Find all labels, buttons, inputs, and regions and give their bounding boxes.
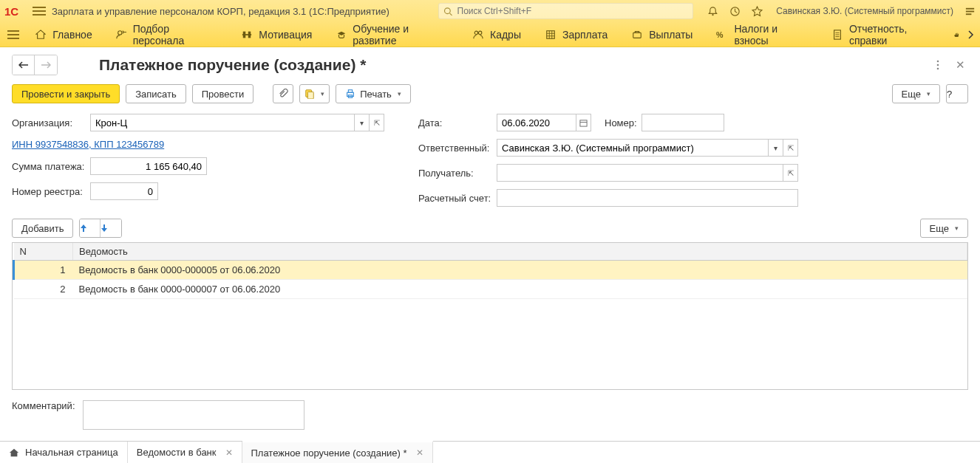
- org-label: Организация:: [12, 117, 86, 128]
- reg-input[interactable]: [90, 182, 158, 200]
- app-title: Зарплата и управление персоналом КОРП, р…: [52, 6, 389, 17]
- window-tabs: Начальная страницаВедомости в банк✕Плате…: [0, 441, 980, 463]
- org-input[interactable]: [90, 114, 355, 131]
- print-button[interactable]: Печать▾: [336, 84, 411, 103]
- nav-item-0[interactable]: Главное: [23, 22, 104, 47]
- nav-item-5[interactable]: Зарплата: [533, 22, 619, 47]
- print-icon: [345, 89, 355, 99]
- menu-icon[interactable]: [33, 4, 46, 18]
- number-label: Номер:: [605, 117, 637, 128]
- content-area: Платежное поручение (создание) * ✕ Прове…: [0, 47, 980, 441]
- tab-close-icon[interactable]: ✕: [222, 447, 233, 458]
- close-button[interactable]: ✕: [952, 57, 968, 73]
- current-user[interactable]: Савинская З.Ю. (Системный программист): [776, 6, 953, 16]
- table-more-button[interactable]: Еще▾: [920, 219, 968, 238]
- window-options-icon[interactable]: [964, 5, 976, 17]
- table-row[interactable]: 1Ведомость в банк 0000-000005 от 06.06.2…: [14, 261, 967, 280]
- basedon-button[interactable]: ▾: [299, 84, 330, 103]
- resp-label: Ответственный:: [418, 143, 492, 154]
- dropdown-icon[interactable]: ▾: [355, 114, 370, 131]
- nav-item-3[interactable]: Обучение и развитие: [324, 22, 460, 47]
- resp-input[interactable]: [497, 139, 769, 157]
- move-down-button[interactable]: [101, 219, 121, 237]
- account-input[interactable]: [497, 189, 798, 207]
- sum-input[interactable]: [90, 157, 207, 175]
- nav-label: Выплаты: [649, 29, 693, 41]
- svg-rect-18: [633, 32, 642, 38]
- comment-input[interactable]: [83, 400, 304, 430]
- history-icon[interactable]: [729, 5, 741, 17]
- nav-item-7[interactable]: %Налоги и взносы: [704, 22, 820, 47]
- star-icon[interactable]: [751, 5, 763, 17]
- nav-icon: [631, 29, 643, 41]
- nav-icon: [832, 29, 843, 41]
- kebab-icon[interactable]: [930, 57, 946, 73]
- move-up-button[interactable]: [80, 219, 101, 237]
- nav-menu-icon[interactable]: [3, 30, 23, 39]
- nav-overflow-icon[interactable]: [965, 30, 977, 39]
- nav-label: Главное: [52, 29, 92, 41]
- nav-item-8[interactable]: Отчетность, справки: [820, 22, 953, 47]
- svg-rect-4: [965, 7, 973, 9]
- nav-label: Отчетность, справки: [849, 23, 942, 47]
- form-toolbar: Провести и закрыть Записать Провести ▾ П…: [12, 84, 968, 103]
- post-and-close-button[interactable]: Провести и закрыть: [12, 84, 120, 103]
- help-button[interactable]: ?: [946, 84, 968, 103]
- tab-label: Начальная страница: [25, 447, 118, 458]
- search-icon: [443, 7, 452, 16]
- more-button[interactable]: Еще▾: [892, 84, 940, 103]
- svg-rect-30: [349, 90, 353, 93]
- dropdown-icon[interactable]: ▾: [769, 139, 783, 157]
- nav-item-6[interactable]: Выплаты: [619, 22, 704, 47]
- search-input[interactable]: [457, 6, 689, 16]
- svg-point-7: [118, 30, 122, 34]
- tab-label: Ведомости в банк: [137, 447, 217, 458]
- open-icon[interactable]: ⇱: [370, 114, 384, 131]
- window-tab-0[interactable]: Начальная страница: [0, 442, 128, 463]
- svg-rect-13: [547, 30, 555, 38]
- global-search[interactable]: [438, 3, 693, 19]
- window-tab-2[interactable]: Платежное поручение (создание) *✕: [242, 441, 433, 463]
- nav-fist-icon[interactable]: [953, 29, 965, 41]
- save-button[interactable]: Записать: [126, 84, 186, 103]
- post-button[interactable]: Провести: [192, 84, 254, 103]
- table-row[interactable]: 2Ведомость в банк 0000-000007 от 06.06.2…: [14, 280, 967, 299]
- svg-point-25: [937, 64, 939, 66]
- field-payee: Получатель: ⇱: [418, 164, 968, 182]
- open-icon[interactable]: ⇱: [783, 139, 798, 157]
- reg-label: Номер реестра:: [12, 186, 86, 197]
- attach-button[interactable]: [273, 84, 293, 103]
- svg-rect-5: [965, 10, 973, 12]
- tab-close-icon[interactable]: ✕: [413, 447, 423, 458]
- col-vedomost[interactable]: Ведомость: [73, 243, 967, 261]
- nav-item-2[interactable]: Мотивация: [229, 22, 324, 47]
- window-tab-1[interactable]: Ведомости в банк✕: [128, 442, 242, 463]
- nav-icon: [336, 29, 347, 41]
- nav-back-forward: [12, 55, 58, 75]
- date-input[interactable]: [497, 114, 576, 131]
- nav-item-4[interactable]: Кадры: [460, 22, 533, 47]
- forward-button[interactable]: [35, 55, 57, 75]
- svg-point-2: [712, 14, 713, 16]
- add-row-button[interactable]: Добавить: [12, 219, 73, 238]
- payee-label: Получатель:: [418, 168, 492, 179]
- back-button[interactable]: [13, 55, 35, 75]
- nav-item-1[interactable]: Подбор персонала: [104, 22, 230, 47]
- svg-point-0: [445, 7, 451, 13]
- inn-kpp-link[interactable]: ИНН 9937548836, КПП 123456789: [12, 139, 389, 150]
- nav-label: Мотивация: [259, 29, 312, 41]
- number-input[interactable]: [642, 114, 724, 131]
- col-n[interactable]: N: [14, 243, 73, 261]
- bell-icon[interactable]: [707, 5, 718, 17]
- payee-input[interactable]: [497, 164, 783, 182]
- calendar-icon[interactable]: [576, 114, 591, 131]
- open-icon[interactable]: ⇱: [783, 164, 798, 182]
- lines-table[interactable]: N Ведомость 1Ведомость в банк 0000-00000…: [12, 242, 968, 390]
- page-header: Платежное поручение (создание) * ✕: [12, 55, 968, 75]
- nav-icon: [545, 29, 557, 41]
- table-more-label: Еще: [930, 223, 949, 234]
- field-registry: Номер реестра:: [12, 182, 389, 200]
- svg-rect-6: [965, 13, 971, 15]
- nav-icon: %: [716, 29, 728, 41]
- nav-icon: [472, 29, 484, 41]
